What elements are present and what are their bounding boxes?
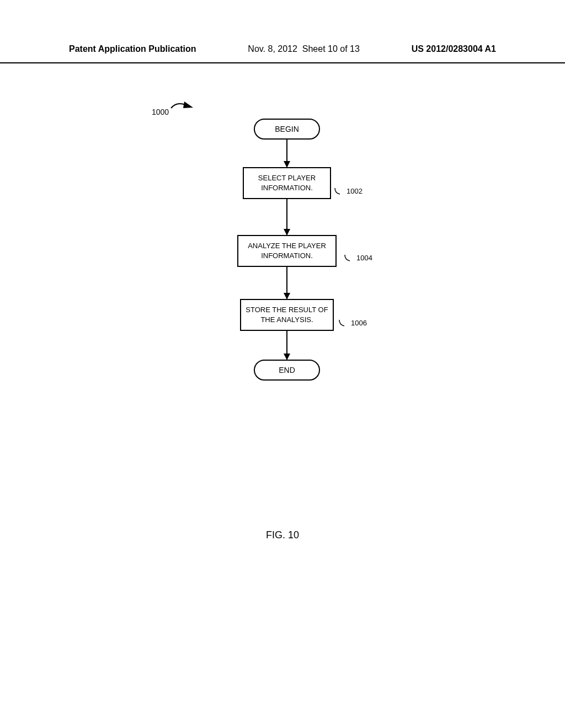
- flow-arrow-icon: [286, 331, 288, 360]
- step-1006-wrapper: STORE THE RESULT OF THE ANALYSIS. 1006: [237, 299, 337, 331]
- step-1004-wrapper: ANALYZE THE PLAYER INFORMATION. 1004: [237, 235, 337, 267]
- ref-label-1002: 1002: [334, 187, 363, 195]
- flow-arrow-icon: [286, 199, 288, 235]
- figure-caption: FIG. 10: [0, 529, 565, 541]
- process-step-1006: STORE THE RESULT OF THE ANALYSIS.: [240, 299, 334, 331]
- process-step-1002: SELECT PLAYER INFORMATION.: [243, 167, 331, 199]
- ref-label-1000: 1000: [152, 108, 169, 116]
- curve-pointer-icon: [339, 319, 349, 327]
- process-step-1004: ANALYZE THE PLAYER INFORMATION.: [237, 235, 337, 267]
- header-publication-number: US 2012/0283004 A1: [412, 44, 496, 54]
- flow-arrow-icon: [286, 140, 288, 167]
- header-publication-type: Patent Application Publication: [69, 44, 196, 54]
- header-date-sheet: Nov. 8, 2012 Sheet 10 of 13: [248, 44, 360, 54]
- page-header: Patent Application Publication Nov. 8, 2…: [0, 0, 565, 63]
- flowchart: BEGIN SELECT PLAYER INFORMATION. 1002 AN…: [237, 119, 337, 381]
- curve-pointer-icon: [344, 254, 354, 262]
- flowchart-end: END: [254, 360, 320, 381]
- flow-arrow-icon: [286, 267, 288, 299]
- flowchart-begin: BEGIN: [254, 119, 320, 140]
- ref-label-1004: 1004: [344, 254, 372, 262]
- step-1002-wrapper: SELECT PLAYER INFORMATION. 1002: [237, 167, 337, 199]
- curved-arrow-icon: [170, 101, 198, 114]
- svg-marker-0: [183, 101, 193, 108]
- ref-label-1006: 1006: [339, 319, 367, 327]
- curve-pointer-icon: [334, 188, 344, 195]
